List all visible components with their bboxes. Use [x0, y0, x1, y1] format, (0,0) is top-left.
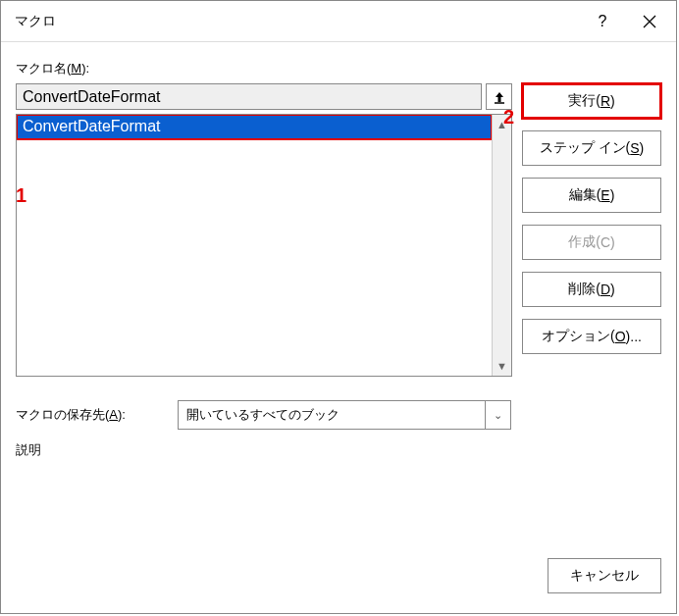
cancel-button[interactable]: キャンセル [548, 558, 661, 593]
listbox-scrollbar[interactable]: ▲ ▼ [492, 115, 511, 376]
list-item[interactable]: ConvertDateFormat [17, 115, 492, 139]
macro-listbox-wrap: ConvertDateFormat ▲ ▼ [16, 114, 512, 377]
dialog-title: マクロ [15, 13, 580, 30]
close-icon [642, 14, 657, 29]
storage-row: マクロの保存先(A): 開いているすべてのブック ⌄ [16, 400, 661, 430]
scroll-down-icon[interactable]: ▼ [493, 356, 511, 376]
macro-name-input[interactable] [16, 83, 482, 110]
description-label: 説明 [16, 441, 661, 459]
stepin-button[interactable]: ステップ イン(S) [522, 130, 661, 166]
macro-dialog: マクロ ? マクロ名(M): ConvertDateFormat [0, 0, 677, 614]
storage-value: 開いているすべてのブック [186, 406, 340, 424]
macro-name-label: マクロ名(M): [16, 60, 661, 77]
scroll-up-icon[interactable]: ▲ [493, 115, 511, 134]
dialog-content: マクロ名(M): ConvertDateFormat ▲ ▼ [1, 42, 676, 613]
delete-button[interactable]: 削除(D) [522, 272, 661, 307]
run-button[interactable]: 実行(R) [522, 83, 661, 119]
chevron-down-icon[interactable]: ⌄ [485, 401, 510, 429]
options-button[interactable]: オプション(O)... [522, 319, 661, 354]
cancel-wrap: キャンセル [548, 558, 661, 593]
left-column: ConvertDateFormat ▲ ▼ [16, 83, 512, 377]
close-button[interactable] [625, 2, 674, 41]
help-button[interactable]: ? [580, 2, 625, 41]
edit-button[interactable]: 編集(E) [522, 178, 661, 213]
macro-listbox[interactable]: ConvertDateFormat [17, 115, 492, 376]
button-column: 実行(R) ステップ イン(S) 編集(E) 作成(C) 削除(D) オプション… [522, 83, 661, 354]
storage-label: マクロの保存先(A): [16, 406, 168, 424]
create-button: 作成(C) [522, 225, 661, 260]
main-row: ConvertDateFormat ▲ ▼ 実行(R) ステップ イン(S) 編… [16, 83, 661, 377]
macro-name-row [16, 83, 512, 110]
up-arrow-icon [493, 90, 506, 104]
macro-run-arrow-button[interactable] [486, 83, 512, 110]
storage-combobox[interactable]: 開いているすべてのブック ⌄ [178, 400, 511, 430]
titlebar: マクロ ? [1, 1, 676, 42]
